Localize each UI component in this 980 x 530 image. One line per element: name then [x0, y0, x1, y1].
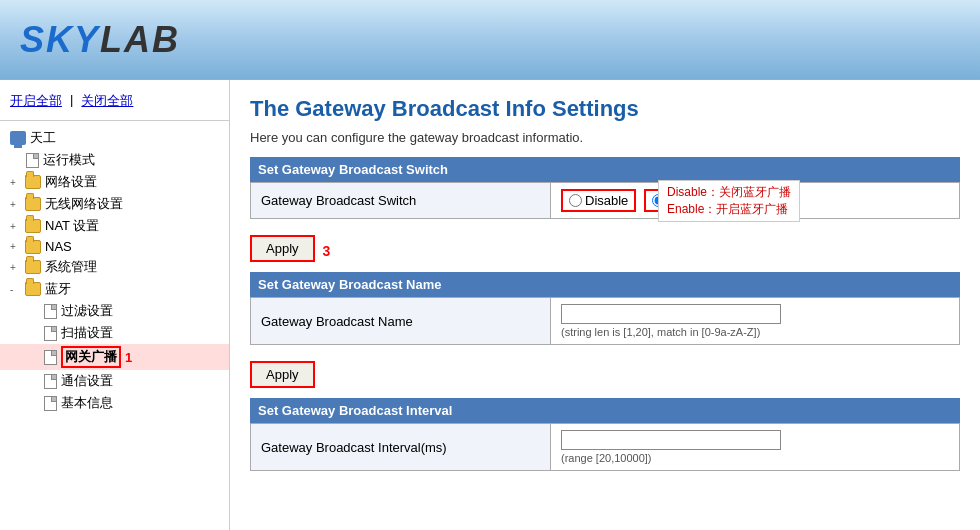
page-icon-jiben: [44, 396, 57, 411]
sidebar-label-nas: NAS: [45, 239, 72, 254]
separator: |: [70, 92, 73, 110]
interval-table: Gateway Broadcast Interval(ms) (range [2…: [250, 423, 960, 471]
name-label: Gateway Broadcast Name: [251, 298, 551, 345]
sidebar-item-jiben[interactable]: 基本信息: [0, 392, 229, 414]
annotation-3: 3: [323, 243, 331, 259]
interval-input-cell: (range [20,10000]): [551, 424, 960, 471]
wanguan-highlight-box: 网关广播: [61, 346, 121, 368]
name-table: Gateway Broadcast Name (string len is [1…: [250, 297, 960, 345]
switch-label: Gateway Broadcast Switch: [251, 183, 551, 219]
sidebar-item-wanguan[interactable]: 网关广播 1: [0, 344, 229, 370]
sidebar-item-tiangong[interactable]: 天工: [0, 127, 229, 149]
folder-icon-xitong: [25, 260, 41, 274]
sidebar: 开启全部 | 关闭全部 天工 运行模式 + 网络设置 + 无线网络设置 +: [0, 80, 230, 530]
folder-icon-nas: [25, 240, 41, 254]
sidebar-label-tiangong: 天工: [30, 129, 56, 147]
sidebar-label-jiben: 基本信息: [61, 394, 113, 412]
section-switch: Set Gateway Broadcast Switch Disable：关闭蓝…: [250, 157, 960, 272]
logo: SKYLAB: [20, 19, 180, 61]
page-icon-yunxing: [26, 153, 39, 168]
sidebar-item-yunxing[interactable]: 运行模式: [0, 149, 229, 171]
tooltip-enable: Enable：开启蓝牙广播: [667, 201, 791, 218]
page-icon-guolv: [44, 304, 57, 319]
sidebar-item-nat[interactable]: + NAT 设置: [0, 215, 229, 237]
switch-tooltip: Disable：关闭蓝牙广播 Enable：开启蓝牙广播: [658, 180, 800, 222]
computer-icon: [10, 131, 26, 145]
apply-section-switch: Apply 3: [250, 229, 960, 272]
logo-sky: SKY: [20, 19, 100, 60]
sidebar-label-xitong: 系统管理: [45, 258, 97, 276]
expand-icon-wangluo: +: [10, 177, 22, 188]
radio-disable-label: Disable: [585, 193, 628, 208]
radio-disable[interactable]: [569, 194, 582, 207]
expand-icon-xitong: +: [10, 262, 22, 273]
open-all-link[interactable]: 开启全部: [10, 92, 62, 110]
sidebar-label-saomiao: 扫描设置: [61, 324, 113, 342]
logo-lab: LAB: [100, 19, 180, 60]
sidebar-item-lanya[interactable]: - 蓝牙: [0, 278, 229, 300]
sidebar-item-wuxian[interactable]: + 无线网络设置: [0, 193, 229, 215]
sidebar-label-guolv: 过滤设置: [61, 302, 113, 320]
page-icon-tongxin: [44, 374, 57, 389]
expand-icon-nas: +: [10, 241, 22, 252]
table-row-name: Gateway Broadcast Name (string len is [1…: [251, 298, 960, 345]
name-hint: (string len is [1,20], match in [0-9a-zA…: [561, 326, 949, 338]
interval-hint: (range [20,10000]): [561, 452, 949, 464]
page-title: The Gateway Broadcast Info Settings: [250, 96, 960, 122]
sidebar-divider: [0, 120, 229, 121]
content-area: The Gateway Broadcast Info Settings Here…: [230, 80, 980, 530]
annotation-1: 1: [125, 350, 132, 365]
tooltip-area-switch: Disable：关闭蓝牙广播 Enable：开启蓝牙广播 Gateway Bro…: [250, 182, 960, 219]
apply-button-name[interactable]: Apply: [250, 361, 315, 388]
table-row-interval: Gateway Broadcast Interval(ms) (range [2…: [251, 424, 960, 471]
sidebar-item-saomiao[interactable]: 扫描设置: [0, 322, 229, 344]
section-switch-header: Set Gateway Broadcast Switch: [250, 157, 960, 182]
expand-icon-wuxian: +: [10, 199, 22, 210]
expand-icon-nat: +: [10, 221, 22, 232]
sidebar-item-xitong[interactable]: + 系统管理: [0, 256, 229, 278]
apply-button-switch[interactable]: Apply: [250, 235, 315, 262]
close-all-link[interactable]: 关闭全部: [81, 92, 133, 110]
sidebar-label-yunxing: 运行模式: [43, 151, 95, 169]
folder-icon-wuxian: [25, 197, 41, 211]
table-row-switch: Gateway Broadcast Switch Disable Enable: [251, 183, 960, 219]
sidebar-label-tongxin: 通信设置: [61, 372, 113, 390]
sidebar-top-links: 开启全部 | 关闭全部: [0, 88, 229, 118]
sidebar-item-nas[interactable]: + NAS: [0, 237, 229, 256]
logo-text: SKYLAB: [20, 19, 180, 60]
sidebar-item-tongxin[interactable]: 通信设置: [0, 370, 229, 392]
name-input-cell: (string len is [1,20], match in [0-9a-zA…: [551, 298, 960, 345]
section-name-header: Set Gateway Broadcast Name: [250, 272, 960, 297]
broadcast-interval-input[interactable]: [561, 430, 781, 450]
expand-icon-lanya: -: [10, 284, 22, 295]
radio-option-disable[interactable]: Disable: [561, 189, 636, 212]
sidebar-item-guolv[interactable]: 过滤设置: [0, 300, 229, 322]
page-desc: Here you can configure the gateway broad…: [250, 130, 960, 145]
sidebar-item-wangluo[interactable]: + 网络设置: [0, 171, 229, 193]
sidebar-label-wangluo: 网络设置: [45, 173, 97, 191]
main-layout: 开启全部 | 关闭全部 天工 运行模式 + 网络设置 + 无线网络设置 +: [0, 80, 980, 530]
sidebar-label-lanya: 蓝牙: [45, 280, 71, 298]
page-icon-saomiao: [44, 326, 57, 341]
tooltip-disable: Disable：关闭蓝牙广播: [667, 184, 791, 201]
header: SKYLAB: [0, 0, 980, 80]
broadcast-name-input[interactable]: [561, 304, 781, 324]
section-interval: Set Gateway Broadcast Interval Gateway B…: [250, 398, 960, 471]
switch-table: Gateway Broadcast Switch Disable Enable: [250, 182, 960, 219]
interval-label: Gateway Broadcast Interval(ms): [251, 424, 551, 471]
folder-icon-wangluo: [25, 175, 41, 189]
page-icon-wanguan: [44, 350, 57, 365]
section-interval-header: Set Gateway Broadcast Interval: [250, 398, 960, 423]
section-name: Set Gateway Broadcast Name Gateway Broad…: [250, 272, 960, 398]
folder-icon-lanya: [25, 282, 41, 296]
sidebar-label-nat: NAT 设置: [45, 217, 99, 235]
sidebar-label-wanguan: 网关广播: [65, 349, 117, 364]
folder-icon-nat: [25, 219, 41, 233]
sidebar-label-wuxian: 无线网络设置: [45, 195, 123, 213]
